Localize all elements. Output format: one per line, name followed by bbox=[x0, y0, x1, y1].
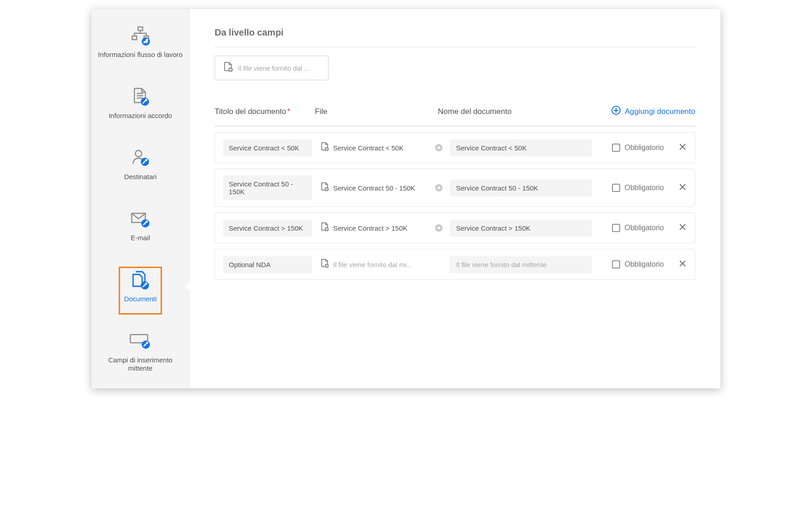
mandatory-toggle: Obbligatorio bbox=[612, 144, 664, 152]
file-add-icon bbox=[320, 222, 329, 234]
mandatory-checkbox[interactable] bbox=[612, 224, 620, 232]
add-document-button[interactable]: Aggiungi documento bbox=[611, 105, 695, 118]
sidebar-item-email[interactable]: E-mail bbox=[92, 204, 189, 247]
mandatory-checkbox[interactable] bbox=[612, 144, 620, 152]
sidebar-item-agreement-info[interactable]: Informazioni accordo bbox=[92, 82, 189, 124]
doc-title-input[interactable]: Service Contract 50 - 150K bbox=[223, 175, 312, 200]
sidebar-item-label: Informazioni flusso di lavoro bbox=[98, 51, 183, 59]
clear-file-button[interactable] bbox=[434, 183, 443, 192]
sidebar: Informazioni flusso di lavoro Informazio… bbox=[92, 9, 190, 388]
clear-file-button[interactable] bbox=[434, 223, 443, 232]
svg-rect-1 bbox=[132, 36, 137, 40]
workflow-icon bbox=[129, 25, 151, 47]
user-icon bbox=[130, 147, 150, 169]
doc-file-cell[interactable]: Service Contract > 150K bbox=[319, 219, 428, 237]
doc-title-input[interactable]: Service Contract > 150K bbox=[223, 220, 312, 237]
doc-name-input[interactable]: Service Contract 50 - 150K bbox=[450, 180, 592, 196]
doc-file-name: Service Contract < 50K bbox=[333, 144, 404, 152]
clear-file-button[interactable] bbox=[434, 143, 443, 152]
mandatory-label: Obbligatorio bbox=[625, 184, 664, 192]
file-add-icon bbox=[320, 142, 329, 154]
doc-name-input[interactable]: Service Contract > 150K bbox=[450, 220, 592, 237]
documents-table: Titolo del documento* File Nome del docu… bbox=[215, 105, 695, 280]
field-level-file-slot[interactable]: Il file viene fornito dal ... bbox=[215, 56, 329, 80]
mandatory-label: Obbligatorio bbox=[625, 224, 664, 232]
document-lines-icon bbox=[130, 86, 150, 108]
file-add-icon bbox=[223, 62, 233, 74]
mandatory-toggle: Obbligatorio bbox=[612, 184, 664, 192]
mandatory-label: Obbligatorio bbox=[625, 144, 664, 152]
doc-title-input[interactable]: Service Contract < 50K bbox=[223, 139, 312, 156]
sidebar-item-sender-fields[interactable]: Campi di inserimento mittente bbox=[92, 326, 189, 377]
mandatory-toggle: Obbligatorio bbox=[612, 224, 664, 232]
mandatory-toggle: Obbligatorio bbox=[612, 260, 664, 268]
table-row: Service Contract < 50K Service Contract … bbox=[215, 132, 695, 163]
delete-row-button[interactable] bbox=[678, 223, 687, 233]
doc-title-input[interactable]: Optional NDA bbox=[223, 256, 312, 273]
add-document-label: Aggiungi documento bbox=[625, 107, 695, 116]
table-row: Service Contract > 150K Service Contract… bbox=[215, 212, 695, 243]
documents-icon bbox=[129, 269, 151, 291]
mandatory-checkbox[interactable] bbox=[612, 260, 620, 268]
plus-circle-icon bbox=[611, 105, 621, 118]
active-pointer-icon bbox=[185, 282, 190, 291]
sidebar-item-label: Documenti bbox=[124, 295, 157, 303]
sidebar-item-label: Informazioni accordo bbox=[108, 112, 172, 120]
file-slot-placeholder: Il file viene fornito dal ... bbox=[238, 64, 310, 72]
section-title: Da livello campi bbox=[215, 27, 695, 38]
file-add-icon bbox=[320, 182, 329, 194]
field-icon bbox=[128, 330, 152, 352]
doc-name-input[interactable]: Service Contract < 50K bbox=[450, 139, 592, 156]
delete-row-button[interactable] bbox=[678, 183, 687, 193]
doc-file-cell[interactable]: Service Contract < 50K bbox=[319, 139, 428, 156]
email-icon bbox=[129, 208, 151, 230]
table-row: Optional NDA Il file viene fornito dal m… bbox=[215, 249, 695, 280]
sidebar-item-documents[interactable]: Documenti bbox=[92, 265, 189, 308]
main-panel: Da livello campi Il file viene fornito d… bbox=[190, 9, 720, 388]
divider bbox=[215, 47, 695, 47]
svg-rect-0 bbox=[138, 27, 143, 31]
sidebar-item-workflow-info[interactable]: Informazioni flusso di lavoro bbox=[92, 21, 189, 63]
file-add-icon bbox=[320, 258, 329, 270]
doc-file-cell[interactable]: Service Contract 50 - 150K bbox=[319, 179, 428, 196]
mandatory-label: Obbligatorio bbox=[625, 260, 664, 268]
sidebar-item-recipients[interactable]: Destinatari bbox=[92, 143, 189, 186]
doc-file-name: Service Contract > 150K bbox=[333, 224, 407, 232]
col-header-name: Nome del documento bbox=[438, 107, 611, 116]
delete-row-button[interactable] bbox=[678, 143, 687, 153]
doc-name-input[interactable]: Il file viene fornito dal mittente bbox=[450, 256, 592, 273]
delete-row-button[interactable] bbox=[678, 259, 687, 269]
doc-file-placeholder: Il file viene fornito dal mi... bbox=[333, 261, 412, 268]
doc-file-name: Service Contract 50 - 150K bbox=[333, 184, 415, 192]
doc-file-cell[interactable]: Il file viene fornito dal mi... bbox=[319, 256, 428, 273]
col-header-title: Titolo del documento* bbox=[215, 107, 315, 116]
sidebar-item-label: Destinatari bbox=[124, 173, 157, 181]
sidebar-item-label: E-mail bbox=[131, 234, 150, 242]
table-header: Titolo del documento* File Nome del docu… bbox=[215, 105, 695, 127]
col-header-file: File bbox=[315, 107, 438, 116]
required-star-icon: * bbox=[287, 107, 290, 116]
svg-point-5 bbox=[135, 150, 142, 157]
mandatory-checkbox[interactable] bbox=[612, 184, 620, 192]
sidebar-item-label: Campi di inserimento mittente bbox=[97, 356, 184, 372]
table-row: Service Contract 50 - 150K Service Contr… bbox=[215, 169, 695, 207]
